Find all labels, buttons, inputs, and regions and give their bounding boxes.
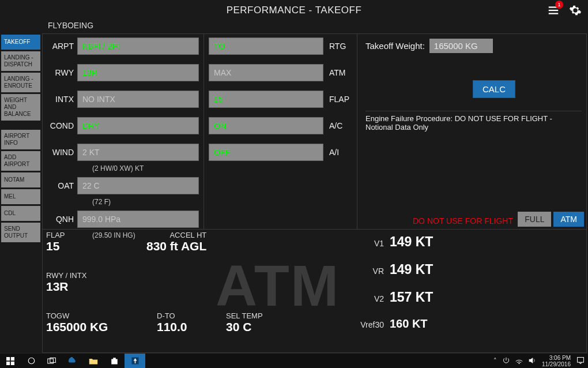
v2-label: V2 bbox=[357, 294, 384, 303]
atm-mode-button[interactable]: ATM bbox=[553, 212, 584, 227]
vr-value: 149 KT bbox=[390, 262, 433, 277]
results-panel: ATM FLAP 15 ACCEL HT 830 ft AGL RWY / IN… bbox=[43, 229, 586, 349]
cond-field[interactable]: DRY bbox=[77, 117, 199, 134]
menu-icon[interactable]: 1 bbox=[545, 2, 561, 18]
efp-text: Engine Failure Procedure: DO NOT USE FOR… bbox=[365, 111, 582, 132]
flap-result-value: 15 bbox=[46, 239, 65, 253]
tray-chevron-icon[interactable]: ˄ bbox=[493, 357, 497, 365]
arpt-label: ARPT bbox=[47, 42, 77, 51]
taskbar-clock[interactable]: 3:06 PM 11/29/2016 bbox=[542, 355, 571, 367]
vref30-label: Vref30 bbox=[357, 320, 384, 329]
header-title: PERFORMANCE - TAKEOFF bbox=[227, 5, 362, 16]
rwy-label: RWY bbox=[47, 68, 77, 77]
seltemp-result-label: SEL TEMP bbox=[226, 311, 263, 320]
sidebar-item-cdl[interactable]: CDL bbox=[1, 206, 40, 221]
ac-field[interactable]: ON bbox=[209, 117, 323, 134]
sidebar-item-landing-dispatch[interactable]: LANDING - DISPATCH bbox=[1, 51, 40, 71]
cond-label: COND bbox=[47, 121, 77, 130]
sidebar-item-notam[interactable]: NOTAM bbox=[1, 172, 40, 187]
tray-power-icon[interactable] bbox=[503, 357, 510, 365]
accel-result-value: 830 ft AGL bbox=[146, 239, 206, 253]
arpt-field[interactable]: KBFI / BFI bbox=[77, 37, 199, 55]
notification-badge: 1 bbox=[555, 1, 563, 9]
svg-point-11 bbox=[519, 363, 519, 363]
vr-label: VR bbox=[357, 266, 384, 276]
v2-value: 157 KT bbox=[390, 290, 433, 305]
rwy-field[interactable]: 13R bbox=[77, 64, 199, 81]
svg-rect-5 bbox=[6, 361, 10, 365]
full-mode-button[interactable]: FULL bbox=[518, 212, 551, 227]
warning-text: DO NOT USE FOR FLIGHT bbox=[413, 216, 513, 226]
sidebar-item-mel[interactable]: MEL bbox=[1, 189, 40, 204]
dto-result-label: D-TO bbox=[157, 311, 187, 320]
togw-result-value: 165000 KG bbox=[46, 320, 108, 334]
rtg-label: RTG bbox=[323, 42, 352, 51]
qnh-label: QNH bbox=[47, 215, 77, 224]
svg-rect-4 bbox=[11, 357, 14, 361]
main-panel: ARPTKBFI / BFI RWY13R INTXNO INTX CONDDR… bbox=[42, 33, 587, 353]
dto-result-value: 110.0 bbox=[157, 320, 187, 334]
oat-label: OAT bbox=[47, 181, 77, 190]
qnh-field[interactable]: 999.0 HPa bbox=[77, 211, 199, 228]
sidebar-item-airport-info[interactable]: AIRPORT INFO bbox=[1, 130, 40, 149]
flap-field[interactable]: 15 bbox=[209, 91, 323, 108]
atm-field[interactable]: MAX bbox=[209, 64, 323, 81]
flap-result-label: FLAP bbox=[46, 231, 65, 239]
wind-field[interactable]: 2 KT bbox=[77, 144, 199, 161]
intx-label: INTX bbox=[47, 95, 77, 104]
start-icon[interactable] bbox=[0, 354, 21, 369]
atm-label: ATM bbox=[323, 68, 352, 77]
rtg-field[interactable]: TO bbox=[209, 37, 323, 55]
app-window: PERFORMANCE - TAKEOFF 1 FLYBOEING TAKEOF… bbox=[0, 0, 588, 353]
sidebar-item-add-airport[interactable]: ADD AIRPORT bbox=[1, 151, 40, 171]
svg-rect-6 bbox=[11, 361, 14, 365]
windows-taskbar: ˄ 3:06 PM 11/29/2016 bbox=[0, 353, 588, 368]
v1-value: 149 KT bbox=[390, 234, 433, 250]
tow-value[interactable]: 165000 KG bbox=[429, 39, 493, 53]
flap-label: FLAP bbox=[323, 95, 352, 104]
calc-button[interactable]: CALC bbox=[473, 80, 515, 98]
tray-notifications-icon[interactable] bbox=[576, 356, 585, 366]
weight-column: Takeoff Weight: 165000 KG CALC Engine Fa… bbox=[357, 34, 586, 229]
edge-icon[interactable] bbox=[62, 354, 83, 369]
tray-network-icon[interactable] bbox=[515, 357, 523, 365]
wind-label: WIND bbox=[47, 148, 77, 157]
rwyintx-result-label: RWY / INTX bbox=[46, 271, 86, 280]
sidebar-item-takeoff[interactable]: TAKEOFF bbox=[1, 35, 40, 50]
gear-icon[interactable] bbox=[567, 2, 583, 18]
tray-volume-icon[interactable] bbox=[529, 357, 536, 365]
tow-label: Takeoff Weight: bbox=[365, 41, 425, 51]
sidebar-item-landing-enroute[interactable]: LANDING - ENROUTE bbox=[1, 73, 40, 92]
ac-label: A/C bbox=[323, 121, 352, 130]
togw-result-label: TOGW bbox=[46, 311, 108, 320]
header: PERFORMANCE - TAKEOFF 1 bbox=[0, 0, 588, 21]
sidebar-spacer bbox=[1, 122, 40, 128]
oat-sub: (72 F) bbox=[47, 198, 199, 206]
sidebar: TAKEOFFLANDING - DISPATCHLANDING - ENROU… bbox=[1, 35, 40, 244]
app-taskbar-icon[interactable] bbox=[125, 354, 145, 369]
task-view-icon[interactable] bbox=[42, 354, 62, 369]
airport-column: ARPTKBFI / BFI RWY13R INTXNO INTX CONDDR… bbox=[43, 34, 204, 229]
oat-field[interactable]: 22 C bbox=[77, 177, 199, 194]
v1-label: V1 bbox=[357, 239, 384, 248]
vref30-value: 160 KT bbox=[390, 317, 428, 331]
subheader: FLYBOEING bbox=[48, 21, 93, 30]
rwyintx-result-value: 13R bbox=[46, 280, 86, 294]
sidebar-item-weight-and-balance[interactable]: WEIGHT AND BALANCE bbox=[1, 94, 40, 121]
sidebar-item-send-output[interactable]: SEND OUTPUT bbox=[1, 223, 40, 242]
ai-label: A/I bbox=[323, 148, 352, 157]
svg-point-7 bbox=[28, 358, 35, 364]
svg-rect-12 bbox=[578, 357, 584, 362]
wind-sub: (2 HW/0 XW) KT bbox=[47, 164, 199, 172]
svg-rect-3 bbox=[6, 357, 10, 361]
config-column: TORTG MAXATM 15FLAP ONA/C OFFA/I bbox=[204, 34, 357, 229]
file-explorer-icon[interactable] bbox=[83, 354, 104, 369]
accel-result-label: ACCEL HT bbox=[146, 231, 206, 239]
watermark: ATM bbox=[216, 253, 340, 319]
ai-field[interactable]: OFF bbox=[209, 144, 323, 161]
seltemp-result-value: 30 C bbox=[226, 320, 263, 334]
store-icon[interactable] bbox=[104, 354, 125, 369]
intx-field[interactable]: NO INTX bbox=[77, 91, 199, 108]
cortana-icon[interactable] bbox=[21, 354, 42, 369]
